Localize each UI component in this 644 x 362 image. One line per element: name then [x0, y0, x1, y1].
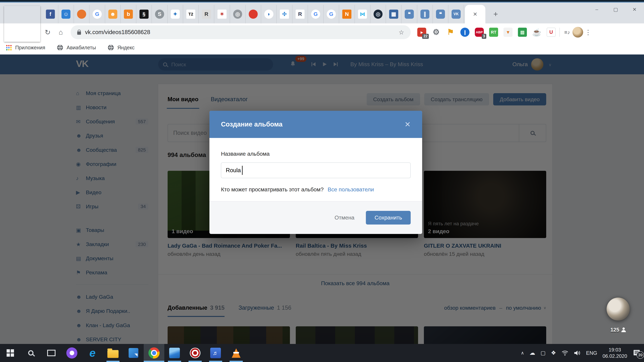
start-button[interactable]	[0, 344, 20, 362]
volume-icon[interactable]	[574, 350, 581, 356]
chrome-icon	[148, 348, 160, 359]
ext-yandex-bookmark[interactable]: ⚑	[444, 26, 456, 38]
browser-menu-icon[interactable]: ⋮	[583, 28, 593, 36]
tab-red-circle[interactable]	[246, 5, 261, 23]
extension-icon: U	[547, 28, 556, 37]
taskbar-clock[interactable]: 19:03 06.02.2020	[602, 347, 627, 359]
tab-vk-pause[interactable]: ∥	[417, 5, 433, 23]
home-button[interactable]: ⌂	[54, 26, 68, 39]
tab-dark-app[interactable]: §	[136, 5, 152, 23]
cancel-button[interactable]: Отмена	[334, 214, 354, 221]
tray-expand-icon[interactable]: ∧	[521, 351, 524, 355]
minimize-button[interactable]: –	[588, 3, 606, 15]
bookmark-star-icon[interactable]: ☆	[398, 29, 404, 36]
close-window-button[interactable]: ✕	[625, 3, 644, 15]
system-tray: ∧ ☁ ▢ ❖ ENG 19:03 06.02.2020	[521, 347, 641, 359]
action-center-button[interactable]: 39	[632, 349, 641, 357]
tab-blue-comet[interactable]: ◗	[261, 5, 277, 23]
tab-vk-chat-2[interactable]: ❝	[433, 5, 448, 23]
dropbox-icon[interactable]: ❖	[551, 350, 556, 356]
tab-blue-wing[interactable]: ✦	[168, 5, 183, 23]
browser-profile-avatar[interactable]	[572, 27, 583, 37]
tab-gray-globe[interactable]: S	[152, 5, 168, 23]
tab-butterfly[interactable]: ✣	[277, 5, 292, 23]
privacy-value-link[interactable]: Все пользователи	[328, 186, 374, 192]
vlc-cone-icon	[232, 348, 240, 358]
tab-orange-n[interactable]: N	[339, 5, 355, 23]
active-tab[interactable]: ✕	[465, 5, 486, 23]
tab-blue-grid[interactable]: ▦	[386, 5, 402, 23]
window-controls: – ▢ ✕	[588, 3, 644, 15]
tab-google[interactable]: G	[90, 5, 105, 23]
bookmark-label: Приложения	[15, 45, 45, 51]
taskbar-edge[interactable]: e	[82, 344, 103, 362]
privacy-question: Кто может просматривать этот альбом?	[221, 186, 324, 192]
bookmark-yandex[interactable]: Яндекс	[108, 44, 134, 51]
live-widget[interactable]: 125	[605, 298, 631, 333]
tab-vk-chat-1[interactable]: ❝	[402, 5, 417, 23]
bookmark-apps[interactable]: Приложения	[6, 45, 45, 51]
taskbar-vlc[interactable]	[226, 344, 246, 362]
blue-app-icon	[128, 348, 138, 358]
reload-button[interactable]: ↻	[41, 26, 54, 39]
maximize-button[interactable]: ▢	[606, 3, 625, 15]
ext-savefrom[interactable]: ▼	[502, 26, 514, 38]
tab-hourglass[interactable]: ⋈	[355, 5, 370, 23]
language-indicator[interactable]: ENG	[586, 350, 597, 356]
taskbar-file-explorer[interactable]	[103, 344, 123, 362]
task-view-button[interactable]	[41, 344, 62, 362]
pinned-tabs: f ☺ G ☻ b	[43, 5, 464, 23]
tab-facebook[interactable]: f	[43, 5, 58, 23]
tab-google-2[interactable]: G	[308, 5, 324, 23]
bookmark-avia[interactable]: Авиабилеты	[57, 44, 96, 51]
tab-vk[interactable]: VK	[448, 5, 464, 23]
live-widget-avatar[interactable]	[606, 298, 630, 321]
alice-icon	[66, 348, 78, 359]
url-text[interactable]: vk.com/videos185608628	[85, 29, 150, 35]
tab-beeline[interactable]: b	[121, 5, 136, 23]
tray-square-icon[interactable]: ▢	[540, 350, 546, 356]
tab-tele2[interactable]: T2	[183, 5, 199, 23]
extensions-row: ▸ 22 ⚙ ⚑ ❙ ABP	[416, 26, 557, 38]
onedrive-cloud-icon[interactable]: ☁	[530, 350, 535, 356]
address-bar[interactable]: vk.com/videos185608628 ☆	[70, 25, 411, 39]
tab-orange-sphere[interactable]	[74, 5, 90, 23]
ext-rt[interactable]: RT	[488, 26, 500, 38]
ext-red-shield[interactable]: U	[545, 26, 557, 38]
tab-favicon-icon: N	[342, 9, 351, 18]
ext-adblock-plus[interactable]: ABP 3	[473, 26, 485, 38]
tab-star-cluster[interactable]: ✶	[214, 5, 230, 23]
tab-r-serif[interactable]: R	[292, 5, 308, 23]
ext-green-panel[interactable]: ▥	[516, 26, 528, 38]
save-button[interactable]: Сохранить	[366, 211, 411, 224]
media-queue-icon[interactable]: ≡♪	[562, 26, 572, 39]
screen: f ☺ G ☻ b	[0, 0, 644, 362]
taskbar-alice-app[interactable]	[62, 344, 82, 362]
tab-r-frame[interactable]: R	[199, 5, 214, 23]
album-name-input[interactable]	[221, 162, 411, 178]
ext-red-player[interactable]: ▸ 22	[416, 26, 428, 38]
ext-cup[interactable]: ☕	[531, 26, 543, 38]
music-note-icon: ♬	[210, 348, 221, 359]
taskbar-music-app[interactable]: ♬	[205, 344, 226, 362]
close-icon[interactable]: ✕	[404, 120, 411, 129]
taskbar-recorder[interactable]	[185, 344, 205, 362]
tab-steam[interactable]: ◎	[370, 5, 386, 23]
taskbar-blue-app[interactable]	[123, 344, 144, 362]
tab-favicon-icon: R	[296, 9, 304, 18]
extension-icon: ▥	[518, 28, 527, 37]
close-tab-icon[interactable]: ✕	[473, 11, 477, 17]
tab-mailru-agent[interactable]: ☺	[58, 5, 74, 23]
ext-gear[interactable]: ⚙	[430, 26, 442, 38]
tab-favicon-icon: G	[92, 9, 102, 18]
wifi-icon[interactable]	[562, 350, 568, 356]
tab-odnoklassniki[interactable]: ☻	[105, 5, 121, 23]
taskbar-photos[interactable]	[164, 344, 185, 362]
tab-google-3[interactable]: G	[324, 5, 339, 23]
new-tab-button[interactable]: +	[490, 8, 502, 20]
taskbar-search-button[interactable]	[20, 344, 41, 362]
taskbar-chrome[interactable]	[144, 344, 164, 362]
ext-blue-bookmark[interactable]: ❙	[459, 26, 471, 38]
tab-steam-gray[interactable]: ◎	[230, 5, 246, 23]
tab-favicon-icon	[77, 9, 86, 18]
